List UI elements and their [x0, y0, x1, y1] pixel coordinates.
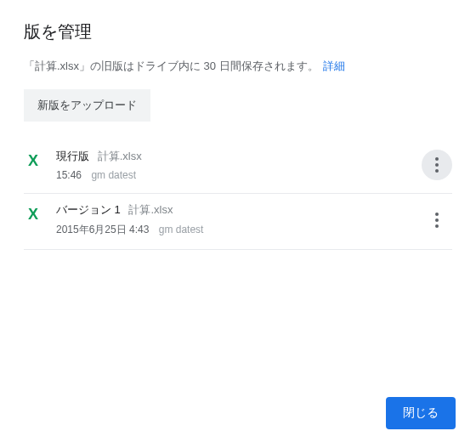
- more-options-button[interactable]: [422, 150, 452, 180]
- dialog-footer: 閉じる: [386, 397, 456, 429]
- excel-file-icon: X: [24, 206, 42, 224]
- more-vertical-icon: [435, 157, 439, 173]
- version-body: バージョン 1 計算.xlsx 2015年6月25日 4:43 gm dates…: [56, 202, 422, 237]
- version-filename: 計算.xlsx: [128, 203, 173, 216]
- version-label: 現行版: [56, 150, 89, 162]
- version-body: 現行版 計算.xlsx 15:46 gm datest: [56, 149, 422, 181]
- version-timestamp: 2015年6月25日 4:43: [56, 224, 149, 235]
- excel-file-icon: X: [24, 152, 42, 170]
- more-vertical-icon: [435, 213, 439, 228]
- version-author: gm datest: [159, 224, 204, 235]
- info-text: 「計算.xlsx」の旧版はドライブ内に 30 日間保存されます。: [24, 60, 319, 72]
- version-row: X バージョン 1 計算.xlsx 2015年6月25日 4:43 gm dat…: [24, 194, 452, 250]
- version-author: gm datest: [91, 169, 136, 181]
- version-label: バージョン 1: [56, 203, 121, 216]
- more-options-button[interactable]: [422, 205, 452, 235]
- version-list: X 現行版 計算.xlsx 15:46 gm datest X: [24, 140, 452, 250]
- version-row: X 現行版 計算.xlsx 15:46 gm datest: [24, 140, 452, 194]
- upload-new-version-button[interactable]: 新版をアップロード: [24, 89, 150, 122]
- info-text-line: 「計算.xlsx」の旧版はドライブ内に 30 日間保存されます。 詳細: [24, 59, 452, 74]
- close-button[interactable]: 閉じる: [386, 397, 456, 429]
- version-filename: 計算.xlsx: [98, 150, 142, 162]
- dialog-title: 版を管理: [24, 20, 452, 43]
- manage-versions-dialog: 版を管理 「計算.xlsx」の旧版はドライブ内に 30 日間保存されます。 詳細…: [0, 0, 476, 448]
- version-timestamp: 15:46: [56, 169, 82, 181]
- details-link[interactable]: 詳細: [323, 60, 345, 72]
